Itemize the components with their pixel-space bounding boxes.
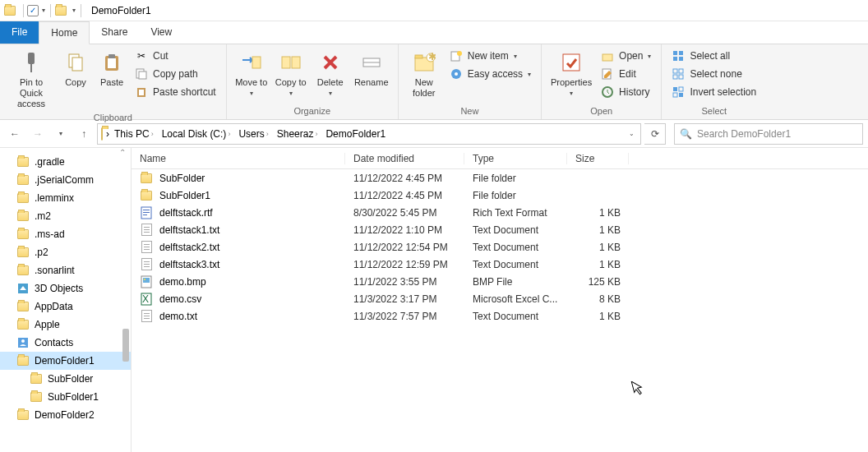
file-size: 1 KB xyxy=(567,259,629,270)
folder-icon xyxy=(16,210,30,223)
breadcrumb-item[interactable]: Sheeraz› xyxy=(274,128,321,140)
easy-access-button[interactable]: Easy access ▾ xyxy=(446,66,534,82)
invert-selection-button[interactable]: Invert selection xyxy=(668,84,760,100)
tree-item[interactable]: .p2 xyxy=(0,243,131,261)
chevron-right-icon[interactable]: › xyxy=(106,128,109,140)
paste-button[interactable]: Paste xyxy=(95,48,128,90)
tree-item[interactable]: AppData xyxy=(0,297,131,316)
svg-rect-30 xyxy=(673,69,677,73)
tree-item-label: AppData xyxy=(35,301,73,312)
pin-to-quick-access-button[interactable]: Pin to Quick access xyxy=(7,48,56,111)
tree-item[interactable]: .sonarlint xyxy=(0,261,131,279)
qat-dropdown-icon[interactable]: ▾ xyxy=(40,7,47,14)
column-date[interactable]: Date modified xyxy=(345,153,464,164)
delete-button[interactable]: Delete ▾ xyxy=(312,48,349,99)
file-row[interactable]: SubFolder11/12/2022 4:45 PMFile folder xyxy=(132,169,868,187)
group-new: ✱ New folder New item ▾ Easy access ▾ Ne… xyxy=(399,44,542,119)
breadcrumb-item[interactable]: Local Disk (C:)› xyxy=(159,128,234,140)
open-button[interactable]: Open ▾ xyxy=(598,48,654,64)
tab-share[interactable]: Share xyxy=(90,21,139,44)
svg-text:X: X xyxy=(142,293,149,305)
tree-item[interactable]: DemoFolder2 xyxy=(0,406,131,424)
breadcrumb[interactable]: › This PC› Local Disk (C:)› Users› Sheer… xyxy=(97,123,641,145)
address-dropdown-icon[interactable]: ⌄ xyxy=(624,130,639,137)
column-type[interactable]: Type xyxy=(464,153,567,164)
cut-button[interactable]: ✂ Cut xyxy=(132,48,219,64)
column-size[interactable]: Size xyxy=(567,153,629,164)
select-all-button[interactable]: Select all xyxy=(668,48,760,64)
paste-shortcut-icon xyxy=(135,85,148,99)
qat-dropdown-icon[interactable]: ▾ xyxy=(71,7,77,14)
refresh-button[interactable]: ⟳ xyxy=(644,123,666,145)
tree-item[interactable]: .lemminx xyxy=(0,189,131,207)
move-to-button[interactable]: Move to ▾ xyxy=(233,48,270,99)
breadcrumb-item[interactable]: Users› xyxy=(235,128,271,140)
file-type: File folder xyxy=(464,173,567,184)
file-row[interactable]: delftstack2.txt11/12/2022 12:54 PMText D… xyxy=(132,238,868,256)
tree-item-label: .m2 xyxy=(35,210,51,222)
search-input[interactable]: 🔍 Search DemoFolder1 xyxy=(674,123,863,145)
new-item-button[interactable]: New item ▾ xyxy=(446,48,534,64)
folder-icon xyxy=(16,300,30,313)
file-row[interactable]: demo.txt11/3/2022 7:57 PMText Document1 … xyxy=(132,307,868,325)
breadcrumb-item[interactable]: DemoFolder1 xyxy=(322,128,389,140)
tab-file[interactable]: File xyxy=(0,21,39,44)
svg-rect-42 xyxy=(143,210,150,210)
properties-qat-icon[interactable]: ✓ xyxy=(27,5,39,16)
svg-rect-26 xyxy=(673,51,677,55)
folder-icon xyxy=(101,128,103,140)
copy-button[interactable]: Copy xyxy=(59,48,92,90)
chevron-right-icon[interactable]: › xyxy=(315,130,317,138)
properties-button[interactable]: Properties ▾ xyxy=(548,48,594,99)
up-button[interactable]: ↑ xyxy=(74,124,94,144)
search-icon: 🔍 xyxy=(680,128,692,140)
ribbon: Pin to Quick access Copy Paste ✂ Cut Cop… xyxy=(0,44,868,120)
chevron-right-icon[interactable]: › xyxy=(151,130,154,138)
forward-button[interactable]: → xyxy=(28,124,48,144)
file-name: SubFolder xyxy=(159,173,205,184)
breadcrumb-item[interactable]: This PC› xyxy=(111,128,157,140)
chevron-right-icon[interactable]: › xyxy=(266,130,269,138)
rename-button[interactable]: Rename xyxy=(352,48,391,90)
history-button[interactable]: History xyxy=(598,84,654,100)
column-headers: Name Date modified Type Size xyxy=(132,148,868,169)
file-rows: SubFolder11/12/2022 4:45 PMFile folderSu… xyxy=(132,169,868,452)
tree-item[interactable]: .m2 xyxy=(0,207,131,225)
edit-button[interactable]: Edit xyxy=(598,66,654,82)
tree-item[interactable]: SubFolder xyxy=(0,370,131,388)
back-button[interactable]: ← xyxy=(5,124,25,144)
title-bar: ✓ ▾ ▾ DemoFolder1 xyxy=(0,0,868,21)
chevron-down-icon: ▾ xyxy=(289,90,293,97)
svg-rect-27 xyxy=(679,51,683,55)
tree-item[interactable]: .ms-ad xyxy=(0,225,131,243)
tree-item-label: .gradle xyxy=(35,156,65,168)
tree-item[interactable]: .jSerialComm xyxy=(0,171,131,189)
tree-item[interactable]: 3D Objects xyxy=(0,279,131,297)
tree-item[interactable]: SubFolder1 xyxy=(0,388,131,406)
paste-shortcut-button[interactable]: Paste shortcut xyxy=(132,84,219,100)
tab-view[interactable]: View xyxy=(139,21,183,44)
file-row[interactable]: Xdemo.csv11/3/2022 3:17 PMMicrosoft Exce… xyxy=(132,290,868,307)
file-row[interactable]: demo.bmp11/1/2022 3:55 PMBMP File125 KB xyxy=(132,273,868,290)
tree-item[interactable]: .gradle xyxy=(0,153,131,171)
recent-locations-button[interactable]: ▾ xyxy=(51,124,71,144)
group-clipboard: Pin to Quick access Copy Paste ✂ Cut Cop… xyxy=(0,44,227,119)
column-name[interactable]: Name xyxy=(132,153,345,164)
tree-item[interactable]: Contacts xyxy=(0,334,131,352)
scrollbar-thumb[interactable] xyxy=(122,329,129,362)
chevron-right-icon[interactable]: › xyxy=(228,130,230,138)
file-name: delftstack.rtf xyxy=(159,207,213,219)
tree-item[interactable]: Apple xyxy=(0,316,131,334)
file-row[interactable]: delftstack.rtf8/30/2022 5:45 PMRich Text… xyxy=(132,204,868,221)
copy-path-button[interactable]: Copy path xyxy=(132,66,219,82)
file-row[interactable]: delftstack1.txt11/12/2022 1:10 PMText Do… xyxy=(132,221,868,238)
tab-home[interactable]: Home xyxy=(39,21,90,44)
navigation-tree[interactable]: .gradle.jSerialComm.lemminx.m2.ms-ad.p2.… xyxy=(0,148,132,452)
select-none-button[interactable]: Select none xyxy=(668,66,760,82)
new-folder-button[interactable]: ✱ New folder xyxy=(405,48,443,100)
tree-item[interactable]: DemoFolder1 xyxy=(0,352,131,370)
file-row[interactable]: SubFolder111/12/2022 4:45 PMFile folder xyxy=(132,187,868,204)
copy-to-button[interactable]: Copy to ▾ xyxy=(273,48,309,99)
file-row[interactable]: delftstack3.txt11/12/2022 12:59 PMText D… xyxy=(132,256,868,273)
chevron-up-icon[interactable]: ⌃ xyxy=(119,148,126,157)
